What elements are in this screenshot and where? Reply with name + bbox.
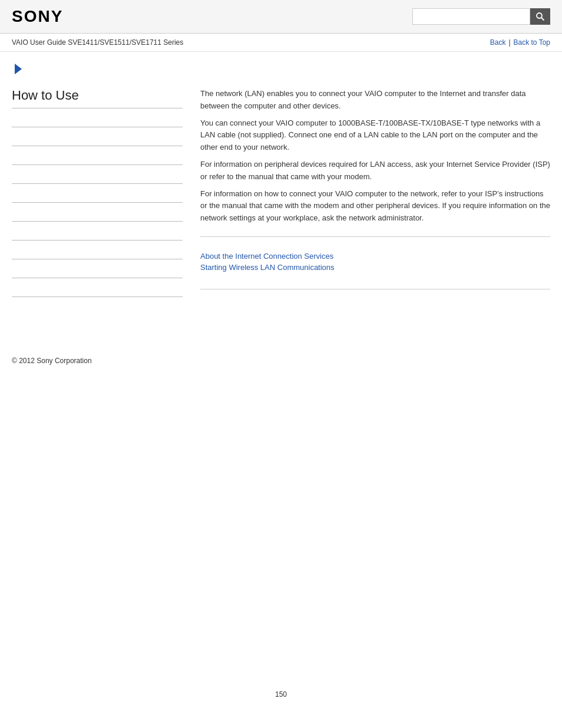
sidebar-nav-item-3[interactable] — [12, 146, 183, 165]
right-content: The network (LAN) enables you to connect… — [200, 88, 550, 297]
search-icon — [535, 12, 545, 21]
search-container — [412, 8, 550, 25]
content-paragraph-3: For information on peripheral devices re… — [200, 159, 550, 183]
sidebar-nav-item-2[interactable] — [12, 127, 183, 146]
related-link-2[interactable]: Starting Wireless LAN Communications — [200, 263, 550, 272]
related-links: About the Internet Connection Services S… — [200, 246, 550, 280]
content-divider-bottom — [200, 289, 550, 289]
search-button[interactable] — [530, 8, 550, 25]
content-paragraph-1: The network (LAN) enables you to connect… — [200, 88, 550, 113]
nav-links: Back | Back to Top — [490, 38, 550, 47]
content-paragraph-4: For information on how to connect your V… — [200, 188, 550, 225]
left-sidebar: How to Use — [12, 88, 183, 297]
page-footer: © 2012 Sony Corporation — [0, 344, 562, 377]
sony-logo: SONY — [12, 7, 63, 26]
main-content: How to Use The network (LAN) enables you… — [0, 52, 562, 321]
sidebar-nav-item-8[interactable] — [12, 241, 183, 259]
guide-title: VAIO User Guide SVE1411/SVE1511/SVE1711 … — [12, 38, 183, 47]
sidebar-nav-item-10[interactable] — [12, 278, 183, 297]
sidebar-nav-item-4[interactable] — [12, 165, 183, 184]
nav-separator: | — [508, 38, 510, 47]
page-header: SONY — [0, 0, 562, 34]
copyright-text: © 2012 Sony Corporation — [12, 357, 92, 365]
back-link[interactable]: Back — [490, 38, 506, 47]
content-paragraphs: The network (LAN) enables you to connect… — [200, 88, 550, 225]
page-number: 150 — [275, 678, 287, 710]
svg-point-0 — [537, 13, 542, 18]
sidebar-nav-item-5[interactable] — [12, 184, 183, 203]
sidebar-nav-item-9[interactable] — [12, 259, 183, 278]
svg-line-1 — [541, 18, 544, 21]
back-to-top-link[interactable]: Back to Top — [514, 38, 550, 47]
breadcrumb-chevron — [15, 64, 22, 74]
sidebar-nav-list — [12, 108, 183, 297]
sidebar-nav-item-7[interactable] — [12, 222, 183, 241]
nav-bar: VAIO User Guide SVE1411/SVE1511/SVE1711 … — [0, 34, 562, 52]
sidebar-nav-item-6[interactable] — [12, 203, 183, 222]
content-paragraph-2: You can connect your VAIO computer to 10… — [200, 117, 550, 154]
sidebar-nav-item-1[interactable] — [12, 108, 183, 127]
related-link-1[interactable]: About the Internet Connection Services — [200, 252, 550, 261]
two-column-layout: How to Use The network (LAN) enables you… — [12, 88, 550, 297]
sidebar-title: How to Use — [12, 88, 183, 108]
content-divider-top — [200, 236, 550, 237]
search-input[interactable] — [412, 8, 530, 25]
